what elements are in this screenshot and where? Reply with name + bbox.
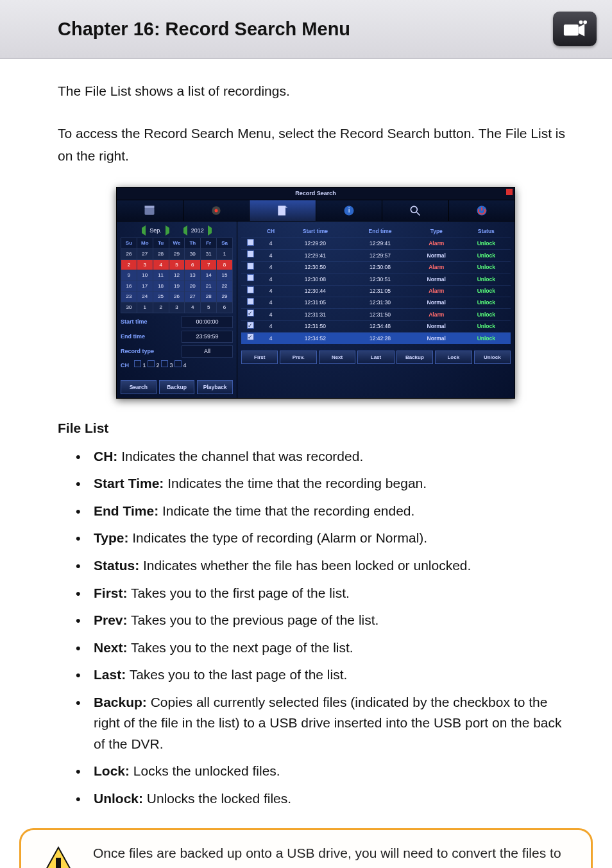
end-time-value[interactable]: 23:59:59: [182, 331, 233, 343]
calendar-cell[interactable]: 29: [169, 248, 185, 259]
calendar-cell[interactable]: 25: [153, 291, 169, 302]
cell-start: 12:30:50: [282, 261, 350, 273]
close-icon[interactable]: [506, 189, 513, 195]
row-checkbox[interactable]: [247, 322, 254, 329]
tab-info-icon[interactable]: i: [316, 200, 383, 221]
first-button[interactable]: First: [241, 351, 278, 365]
calendar-cell[interactable]: 18: [153, 281, 169, 291]
calendar-cell[interactable]: 11: [153, 270, 169, 281]
calendar-cell[interactable]: 27: [137, 248, 153, 259]
list-item: Next: Takes you to the next page of the …: [58, 638, 574, 659]
year-prev-icon[interactable]: [178, 225, 187, 236]
calendar-cell[interactable]: 14: [201, 270, 217, 281]
calendar-cell[interactable]: 22: [217, 281, 233, 291]
calendar-cell[interactable]: 1: [217, 248, 233, 259]
channel-checkbox[interactable]: [148, 360, 155, 367]
tab-filelist-icon[interactable]: [250, 200, 316, 221]
start-time-value[interactable]: 00:00:00: [182, 316, 233, 328]
definition-text: Copies all currently selected files (ind…: [94, 695, 562, 751]
row-checkbox[interactable]: [247, 274, 254, 281]
calendar-cell[interactable]: 28: [153, 248, 169, 259]
row-checkbox[interactable]: [247, 309, 254, 317]
calendar-cell[interactable]: 15: [217, 270, 233, 281]
cell-end: 12:29:41: [349, 238, 411, 249]
calendar-cell[interactable]: 8: [217, 259, 233, 270]
calendar-cell[interactable]: 7: [201, 259, 217, 270]
calendar-cell[interactable]: 4: [153, 259, 169, 270]
calendar-cell[interactable]: 2: [121, 259, 137, 270]
calendar-cell[interactable]: 27: [185, 291, 201, 302]
end-time-label: End time: [121, 332, 145, 342]
calendar-cell[interactable]: 5: [169, 259, 185, 270]
unlock-button[interactable]: Unlock: [474, 351, 511, 365]
channel-checkbox[interactable]: [174, 360, 182, 367]
row-checkbox[interactable]: [247, 263, 254, 270]
calendar-cell[interactable]: 30: [121, 302, 137, 313]
calendar-cell[interactable]: 20: [185, 281, 201, 291]
table-row[interactable]: 412:34:5212:42:28NormalUnlock: [241, 333, 511, 344]
month-prev-icon[interactable]: [137, 225, 146, 236]
calendar-cell[interactable]: 3: [169, 302, 185, 313]
calendar-cell[interactable]: 16: [121, 281, 137, 291]
row-checkbox[interactable]: [247, 286, 254, 293]
table-row[interactable]: 412:31:0512:31:30NormalUnlock: [241, 297, 511, 308]
table-row[interactable]: 412:30:5012:30:08AlarmUnlock: [241, 261, 511, 273]
table-row[interactable]: 412:31:3112:31:50AlarmUnlock: [241, 309, 511, 320]
calendar-cell[interactable]: 2: [153, 302, 169, 313]
calendar-cell[interactable]: 17: [137, 281, 153, 291]
month-next-icon[interactable]: [166, 225, 174, 236]
calendar-cell[interactable]: 10: [137, 270, 153, 281]
calendar-cell[interactable]: 24: [137, 291, 153, 302]
definition-term: Prev:: [94, 612, 128, 627]
tab-settings-icon[interactable]: [183, 200, 250, 221]
calendar-cell[interactable]: 6: [185, 259, 201, 270]
calendar-cell[interactable]: 30: [185, 248, 201, 259]
calendar-cell[interactable]: 9: [121, 270, 137, 281]
prev-button[interactable]: Prev.: [280, 351, 316, 365]
channel-checkbox[interactable]: [161, 360, 168, 367]
next-button[interactable]: Next: [319, 351, 355, 365]
backup-left-button[interactable]: Backup: [159, 380, 195, 394]
table-row[interactable]: 412:29:2012:29:41AlarmUnlock: [241, 238, 511, 249]
calendar-cell[interactable]: 3: [137, 259, 153, 270]
tab-search-icon[interactable]: [382, 200, 449, 221]
year-next-icon[interactable]: [208, 225, 217, 236]
row-checkbox[interactable]: [247, 333, 254, 340]
channel-checkbox[interactable]: [134, 360, 141, 367]
record-type-value[interactable]: All: [182, 345, 233, 358]
table-row[interactable]: 412:29:4112:29:57NormalUnlock: [241, 250, 511, 261]
calendar-cell[interactable]: 23: [121, 291, 137, 302]
svg-point-3: [583, 21, 587, 24]
last-button[interactable]: Last: [357, 351, 394, 365]
calendar-cell[interactable]: 26: [121, 248, 137, 259]
channel-number: 3: [168, 362, 174, 369]
calendar-cell[interactable]: 31: [201, 248, 217, 259]
calendar-cell[interactable]: 5: [201, 302, 217, 313]
playback-button[interactable]: Playback: [197, 380, 233, 394]
calendar-cell[interactable]: 12: [169, 270, 185, 281]
row-checkbox[interactable]: [247, 250, 254, 257]
calendar-cell[interactable]: 26: [169, 291, 185, 302]
table-header: Start time: [282, 225, 350, 238]
calendar-cell[interactable]: 29: [217, 291, 233, 302]
calendar-cell[interactable]: 13: [185, 270, 201, 281]
cell-channel: 4: [260, 261, 282, 273]
row-checkbox[interactable]: [247, 298, 254, 305]
table-row[interactable]: 412:30:4412:31:05AlarmUnlock: [241, 285, 511, 297]
row-checkbox[interactable]: [247, 239, 254, 246]
calendar-cell[interactable]: 19: [169, 281, 185, 291]
calendar-cell[interactable]: 4: [185, 302, 201, 313]
tab-power-icon[interactable]: [449, 200, 515, 221]
backup-button[interactable]: Backup: [396, 351, 433, 365]
lock-button[interactable]: Lock: [435, 351, 472, 365]
calendar[interactable]: SuMoTuWeThFrSa 2627282930311234567891011…: [121, 238, 233, 313]
cell-end: 12:30:51: [349, 273, 411, 285]
calendar-cell[interactable]: 28: [201, 291, 217, 302]
table-row[interactable]: 412:30:0812:30:51NormalUnlock: [241, 273, 511, 285]
calendar-cell[interactable]: 1: [137, 302, 153, 313]
calendar-cell[interactable]: 6: [217, 302, 233, 313]
tab-archive-icon[interactable]: [117, 200, 183, 221]
table-row[interactable]: 412:31:5012:34:48NormalUnlock: [241, 320, 511, 332]
calendar-cell[interactable]: 21: [201, 281, 217, 291]
search-button[interactable]: Search: [121, 380, 157, 394]
